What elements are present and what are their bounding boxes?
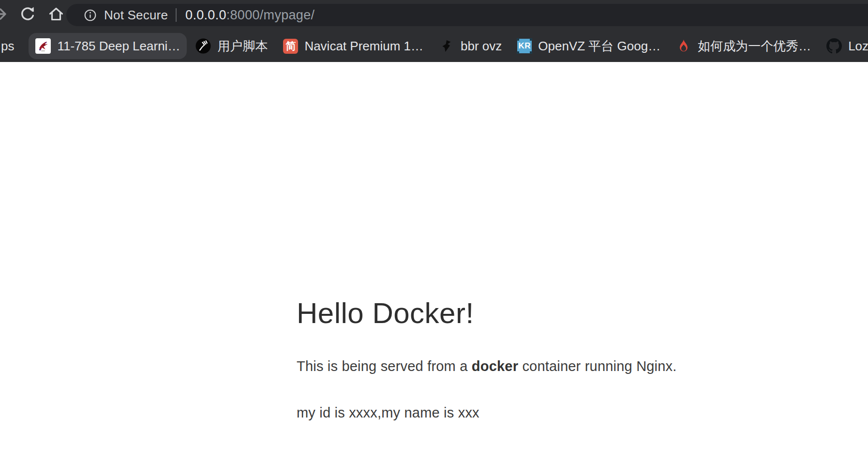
bookmark-label: 如何成为一个优秀…: [698, 38, 811, 55]
bookmark-item-excellent[interactable]: 如何成为一个优秀…: [669, 32, 818, 60]
browser-toolbar: Not Secure 0.0.0.0:8000/mypage/: [0, 0, 868, 30]
bookmark-label: Lozy/dante: [848, 39, 868, 54]
id-line: my id is xxxx,my name is xxx: [297, 403, 732, 423]
bookmark-partial-label[interactable]: ps: [1, 39, 14, 54]
bookmark-label: bbr ovz: [461, 39, 502, 54]
kr-badge-text: KR: [518, 41, 531, 51]
bookmark-label: 11-785 Deep Learni…: [57, 39, 180, 54]
home-icon: [46, 4, 66, 26]
forward-arrow-icon: [0, 4, 10, 26]
home-button[interactable]: [46, 5, 66, 25]
github-icon: [826, 38, 842, 54]
bookmark-item-userscripts[interactable]: 用户脚本: [189, 32, 274, 60]
url-text[interactable]: 0.0.0.0:8000/mypage/: [185, 8, 314, 23]
served-line: This is being served from a docker conta…: [297, 356, 732, 376]
jianshu-icon: 简: [283, 39, 298, 54]
bookmark-item-bbr-ovz[interactable]: bbr ovz: [432, 33, 509, 59]
url-path: :8000/mypage/: [226, 8, 315, 22]
browser-chrome: Not Secure 0.0.0.0:8000/mypage/ ps 11-78…: [0, 0, 868, 62]
bookmarks-bar: ps 11-785 Deep Learni…: [0, 30, 868, 62]
kr-badge-icon: KR: [517, 39, 532, 53]
info-icon[interactable]: [84, 9, 97, 22]
flame-icon: [676, 38, 691, 54]
bookmark-label: Navicat Premium 1…: [304, 39, 423, 54]
reload-button[interactable]: [18, 5, 37, 25]
dark-blob-icon: [439, 38, 454, 54]
bookmark-item-openvz[interactable]: KR OpenVZ 平台 Goog…: [510, 32, 667, 60]
bookmark-item-github-lozy[interactable]: Lozy/dante: [820, 33, 868, 59]
served-line-bold: docker: [472, 358, 518, 374]
bookmark-label: OpenVZ 平台 Goog…: [538, 38, 660, 55]
forward-button[interactable]: [0, 5, 10, 25]
address-bar[interactable]: Not Secure 0.0.0.0:8000/mypage/: [66, 4, 868, 26]
bookmark-label: 用户脚本: [217, 38, 268, 55]
url-host: 0.0.0.0: [185, 8, 226, 22]
page-title: Hello Docker!: [297, 296, 732, 330]
bookmark-item-navicat[interactable]: 简 Navicat Premium 1…: [276, 33, 430, 59]
security-label[interactable]: Not Secure: [104, 8, 168, 23]
bookmark-item-deep-learning[interactable]: 11-785 Deep Learni…: [29, 33, 187, 59]
served-line-prefix: This is being served from a: [297, 358, 472, 374]
page-content: Hello Docker! This is being served from …: [0, 62, 868, 464]
omnibox-divider: [176, 8, 177, 22]
served-line-suffix: container running Nginx.: [518, 358, 676, 374]
bird-favicon: [35, 38, 51, 54]
greasyfork-icon: [195, 38, 211, 54]
reload-icon: [18, 4, 37, 26]
